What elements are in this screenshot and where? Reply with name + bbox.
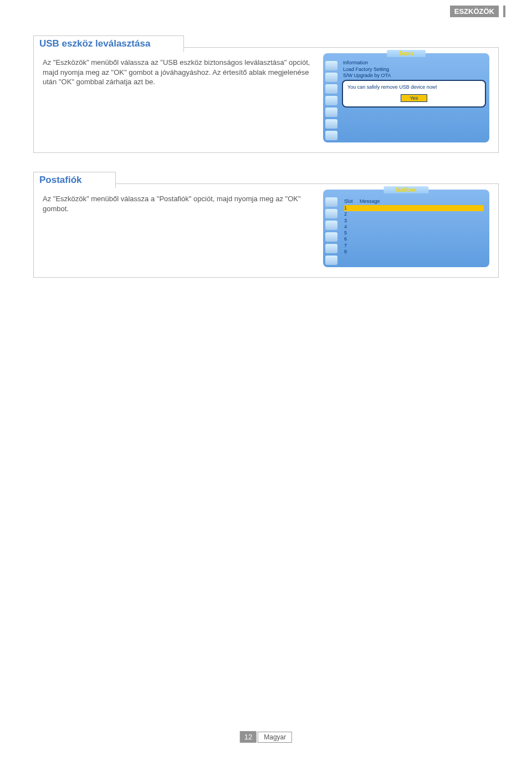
popup-text: You can safely remove USB device now! — [347, 84, 480, 91]
side-icon — [325, 61, 337, 70]
page-number: 12 — [240, 731, 257, 743]
popup-dialog: You can safely remove USB device now! Ye… — [342, 80, 486, 108]
side-icon — [325, 119, 337, 129]
side-icon — [325, 221, 337, 230]
device-screenshot-mailbox: Mailbox Slot Message 1 2 — [323, 190, 489, 267]
section-body: Az "Eszközök" menüből válassza a "Postaf… — [43, 190, 313, 267]
side-icon — [325, 197, 337, 207]
device-screenshot-tools: Tools Information Load Factory Setting S… — [323, 53, 489, 142]
col-message-header: Message — [360, 198, 484, 204]
menu-item: Information — [341, 60, 487, 67]
page-language: Magyar — [258, 732, 292, 743]
table-row[interactable]: 7 — [344, 243, 484, 249]
side-icon — [325, 84, 337, 94]
side-icons — [325, 60, 339, 140]
section-title: USB eszköz leválasztása — [33, 35, 184, 52]
side-icon — [325, 244, 337, 253]
table-row[interactable]: 3 — [344, 218, 484, 224]
side-icon — [325, 209, 337, 218]
menu-item: S/W Upgrade by OTA — [341, 73, 487, 79]
side-icon — [325, 232, 337, 242]
yes-button[interactable]: Yes — [401, 94, 427, 102]
table-row[interactable]: 1 — [344, 205, 484, 211]
content: USB eszköz leválasztása Az "Eszközök" me… — [33, 47, 499, 308]
table-header: Slot Message — [344, 197, 484, 205]
table-row[interactable]: 4 — [344, 224, 484, 230]
section-body: Az "Eszközök" menüből válassza az "USB e… — [43, 53, 313, 142]
slot-cell: 1 — [344, 205, 360, 211]
side-icon — [325, 256, 337, 265]
slot-cell: 6 — [344, 236, 360, 242]
side-icon — [325, 108, 337, 117]
slot-cell: 4 — [344, 224, 360, 230]
menu-list: Information Load Factory Setting S/W Upg… — [341, 60, 487, 140]
mailbox-table: Slot Message 1 2 3 4 5 6 7 8 — [341, 196, 487, 265]
side-icon — [325, 96, 337, 105]
page-header: ESZKÖZÖK — [450, 6, 499, 17]
mailbox-section: Postafiók Az "Eszközök" menüből válassza… — [33, 183, 499, 278]
table-row[interactable]: 2 — [344, 211, 484, 217]
panel-tab: Tools — [387, 50, 426, 57]
side-icons — [325, 196, 339, 265]
footer: 12 Magyar — [240, 731, 292, 743]
menu-item: Load Factory Setting — [341, 67, 487, 73]
table-row[interactable]: 5 — [344, 230, 484, 236]
table-row[interactable]: 6 — [344, 236, 484, 242]
side-icon — [325, 73, 337, 82]
slot-cell: 8 — [344, 249, 360, 255]
section-title: Postafiók — [33, 172, 116, 188]
col-slot-header: Slot — [344, 198, 360, 204]
slot-cell: 5 — [344, 230, 360, 236]
slot-cell: 2 — [344, 211, 360, 217]
panel-tab: Mailbox — [383, 186, 428, 193]
table-row[interactable]: 8 — [344, 249, 484, 255]
slot-cell: 7 — [344, 243, 360, 249]
side-icon — [325, 131, 337, 140]
usb-remove-section: USB eszköz leválasztása Az "Eszközök" me… — [33, 47, 499, 153]
slot-cell: 3 — [344, 218, 360, 224]
